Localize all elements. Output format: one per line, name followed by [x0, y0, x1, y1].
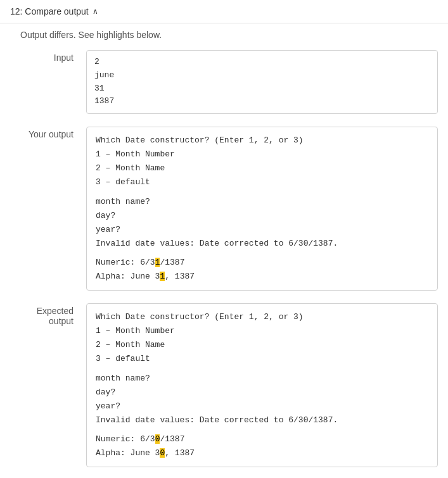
your-output-numeric-prefix: Numeric: 6/3	[96, 258, 155, 267]
expected-output-label: Expected output	[10, 303, 86, 326]
your-output-alpha: Alpha: June 31, 1387	[96, 270, 428, 284]
expected-output-line-5: month name?	[96, 372, 428, 386]
expected-output-line-7: year?	[96, 399, 428, 413]
expected-output-numeric-suffix: /1387	[160, 434, 184, 444]
your-output-gap-2	[96, 251, 428, 256]
input-line-3: 31	[94, 82, 430, 96]
chevron-icon: ∧	[93, 7, 98, 16]
expected-output-alpha-prefix: Alpha: June 3	[96, 448, 160, 458]
expected-output-line-2: 1 – Month Number	[96, 324, 428, 338]
your-output-alpha-suffix: , 1387	[165, 272, 195, 281]
expected-output-row: Expected output Which Date constructor? …	[0, 303, 448, 467]
status-message: Output differs. See highlights below.	[0, 23, 448, 50]
input-code-box: 2 june 31 1387	[86, 50, 438, 114]
input-row: Input 2 june 31 1387	[0, 50, 448, 114]
expected-output-line-8: Invalid date values: Date corrected to 6…	[96, 413, 428, 427]
your-output-alpha-prefix: Alpha: June 3	[96, 272, 160, 281]
page-container: 12: Compare output ∧ Output differs. See…	[0, 0, 448, 478]
expected-output-alpha: Alpha: June 30, 1387	[96, 446, 428, 460]
expected-output-gap-1	[96, 367, 428, 372]
your-output-code-box: Which Date constructor? (Enter 1, 2, or …	[86, 127, 438, 291]
your-output-line-1: Which Date constructor? (Enter 1, 2, or …	[96, 134, 428, 148]
your-output-numeric: Numeric: 6/31/1387	[96, 256, 428, 270]
expected-output-line-4: 3 – default	[96, 352, 428, 366]
your-output-numeric-suffix: /1387	[160, 258, 184, 267]
expected-output-line-3: 2 – Month Name	[96, 338, 428, 352]
expected-output-numeric: Numeric: 6/30/1387	[96, 432, 428, 446]
expected-output-alpha-suffix: , 1387	[165, 448, 195, 458]
expected-output-gap-2	[96, 427, 428, 432]
expected-output-code-box: Which Date constructor? (Enter 1, 2, or …	[86, 303, 438, 467]
your-output-line-4: 3 – default	[96, 175, 428, 189]
section-title: 12: Compare output	[10, 6, 89, 16]
input-line-4: 1387	[94, 95, 430, 108]
your-output-line-2: 1 – Month Number	[96, 148, 428, 161]
expected-output-numeric-prefix: Numeric: 6/3	[96, 434, 155, 444]
your-output-line-7: year?	[96, 223, 428, 237]
your-output-label: Your output	[10, 127, 86, 139]
expected-output-line-6: day?	[96, 386, 428, 399]
input-label: Input	[10, 50, 86, 63]
expected-output-line-1: Which Date constructor? (Enter 1, 2, or …	[96, 310, 428, 324]
input-line-1: 2	[94, 56, 430, 69]
your-output-line-8: Invalid date values: Date corrected to 6…	[96, 237, 428, 251]
your-output-gap-1	[96, 190, 428, 195]
your-output-line-6: day?	[96, 209, 428, 223]
section-header[interactable]: 12: Compare output ∧	[0, 0, 448, 23]
your-output-line-3: 2 – Month Name	[96, 161, 428, 175]
input-line-2: june	[94, 69, 430, 82]
your-output-row: Your output Which Date constructor? (Ent…	[0, 127, 448, 291]
your-output-line-5: month name?	[96, 195, 428, 209]
